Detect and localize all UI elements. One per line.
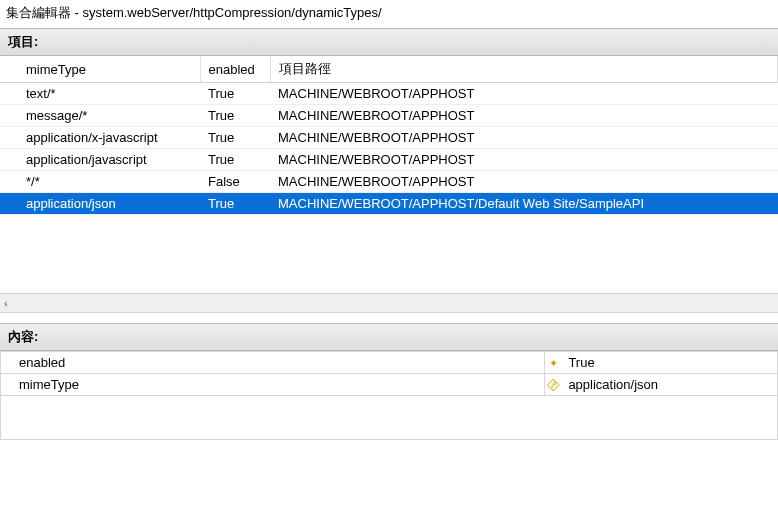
- cell-enabled: False: [200, 171, 270, 193]
- property-name: mimeType: [1, 374, 545, 396]
- cell-mimetype: application/x-javascript: [0, 127, 200, 149]
- property-value[interactable]: application/json: [562, 374, 777, 396]
- table-row[interactable]: */*FalseMACHINE/WEBROOT/APPHOST: [0, 171, 778, 193]
- table-row[interactable]: message/*TrueMACHINE/WEBROOT/APPHOST: [0, 105, 778, 127]
- grid-header-row[interactable]: mimeType enabled 項目路徑: [0, 56, 778, 83]
- cell-path: MACHINE/WEBROOT/APPHOST/Default Web Site…: [270, 193, 778, 215]
- content-section-header: 內容:: [0, 323, 778, 351]
- cell-mimetype: text/*: [0, 83, 200, 105]
- cell-enabled: True: [200, 127, 270, 149]
- property-row[interactable]: enabled✦True: [1, 352, 778, 374]
- cell-path: MACHINE/WEBROOT/APPHOST: [270, 149, 778, 171]
- cell-path: MACHINE/WEBROOT/APPHOST: [270, 171, 778, 193]
- table-row[interactable]: application/jsonTrueMACHINE/WEBROOT/APPH…: [0, 193, 778, 215]
- cell-mimetype: application/json: [0, 193, 200, 215]
- table-row[interactable]: application/x-javascriptTrueMACHINE/WEBR…: [0, 127, 778, 149]
- cell-mimetype: */*: [0, 171, 200, 193]
- property-name: enabled: [1, 352, 545, 374]
- col-path[interactable]: 項目路徑: [270, 56, 778, 83]
- items-section-header: 項目:: [0, 28, 778, 56]
- cell-enabled: True: [200, 105, 270, 127]
- cell-enabled: True: [200, 83, 270, 105]
- key-icon: ⚿: [544, 374, 562, 396]
- table-row[interactable]: text/*TrueMACHINE/WEBROOT/APPHOST: [0, 83, 778, 105]
- cell-path: MACHINE/WEBROOT/APPHOST: [270, 83, 778, 105]
- col-enabled[interactable]: enabled: [200, 56, 270, 83]
- cell-mimetype: application/javascript: [0, 149, 200, 171]
- cell-enabled: True: [200, 149, 270, 171]
- cell-mimetype: message/*: [0, 105, 200, 127]
- properties-grid: enabled✦TruemimeType⚿application/json: [0, 351, 778, 440]
- property-value[interactable]: True: [562, 352, 777, 374]
- col-mimetype[interactable]: mimeType: [0, 56, 200, 83]
- horizontal-scrollbar[interactable]: ‹: [0, 293, 778, 313]
- grid-empty-area: [0, 215, 778, 293]
- window-title: 集合編輯器 - system.webServer/httpCompression…: [0, 0, 778, 28]
- scroll-left-icon[interactable]: ‹: [4, 297, 8, 309]
- star-icon: ✦: [544, 352, 562, 374]
- table-row[interactable]: application/javascriptTrueMACHINE/WEBROO…: [0, 149, 778, 171]
- property-row[interactable]: mimeType⚿application/json: [1, 374, 778, 396]
- items-grid: mimeType enabled 項目路徑 text/*TrueMACHINE/…: [0, 56, 778, 215]
- property-empty-area: [1, 396, 778, 440]
- cell-path: MACHINE/WEBROOT/APPHOST: [270, 105, 778, 127]
- cell-path: MACHINE/WEBROOT/APPHOST: [270, 127, 778, 149]
- cell-enabled: True: [200, 193, 270, 215]
